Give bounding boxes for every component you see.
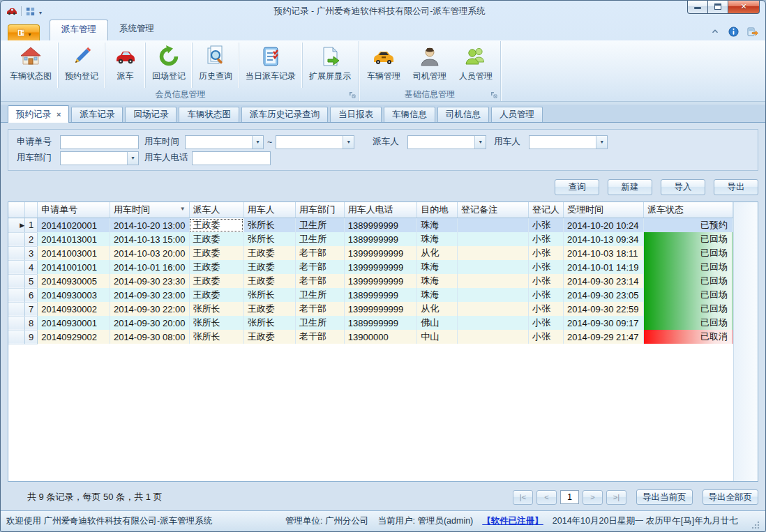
cell-destination[interactable]: 珠海 (417, 218, 458, 233)
use-time-from-input[interactable] (186, 136, 252, 149)
use-time-from-combo[interactable] (185, 135, 264, 149)
cell-accept-time[interactable]: 2014-09-30 09:17 (563, 316, 643, 330)
cell-accept-time[interactable]: 2014-10-13 09:34 (563, 232, 643, 246)
cell-car-user[interactable]: 王政委 (243, 246, 295, 260)
import-button[interactable]: 导入 (661, 179, 705, 195)
cell-dispatcher[interactable]: 王政委 (189, 274, 243, 288)
cell-car-user[interactable]: 王政委 (243, 260, 295, 274)
use-time-to-input[interactable] (276, 136, 343, 149)
cell-status[interactable]: 已回场 (643, 274, 733, 288)
cell-dispatcher[interactable]: 王政委 (189, 218, 243, 233)
ribbon-button-pencil[interactable]: 预约登记 (58, 43, 105, 88)
ribbon-tab[interactable]: 派车管理 (50, 20, 108, 40)
column-header[interactable]: 用车部门 (295, 202, 344, 218)
license-link[interactable]: 【软件已注册】 (482, 515, 543, 527)
cell-registrar[interactable]: 小张 (528, 246, 563, 260)
cell-car-user[interactable]: 张所长 (243, 232, 295, 246)
car-user-combo[interactable] (529, 135, 608, 149)
create-button[interactable]: 新建 (608, 179, 652, 195)
ribbon-button-checklist[interactable]: 当日派车记录 (239, 43, 302, 88)
cell-department[interactable]: 老干部 (295, 246, 344, 260)
cell-destination[interactable]: 从化 (417, 302, 458, 316)
cell-car-user[interactable]: 张所长 (243, 316, 295, 330)
dispatcher-input[interactable] (408, 136, 474, 149)
cell-remark[interactable] (458, 330, 529, 344)
cell-accept-time[interactable]: 2014-09-30 23:14 (563, 274, 643, 288)
cell-use-time[interactable]: 2014-09-30 23:30 (110, 274, 189, 288)
cell-use-time[interactable]: 2014-10-20 13:00 (110, 218, 189, 233)
cell-use-time[interactable]: 2014-10-03 20:00 (110, 246, 189, 260)
car-user-input[interactable] (530, 136, 596, 149)
cell-car-user[interactable]: 张所长 (243, 288, 295, 302)
ribbon-button-recycle[interactable]: 回场登记 (145, 43, 192, 88)
cell-request-no[interactable]: 20140930003 (38, 288, 110, 302)
restore-button[interactable] (708, 1, 728, 14)
cell-use-time[interactable]: 2014-09-30 22:00 (110, 302, 189, 316)
query-button[interactable]: 查询 (555, 179, 599, 195)
cell-status[interactable]: 已回场 (643, 302, 733, 316)
cell-phone[interactable]: 1389999999 (344, 288, 417, 302)
first-page-button[interactable]: |< (513, 490, 533, 505)
cell-registrar[interactable]: 小张 (528, 330, 563, 344)
doc-tab[interactable]: 车辆状态图 (179, 107, 239, 122)
dropdown-arrow-icon[interactable] (127, 152, 138, 165)
cell-registrar[interactable]: 小张 (528, 232, 563, 246)
cell-request-no[interactable]: 20141020001 (38, 218, 110, 233)
table-row[interactable]: 2201410130012014-10-13 15:00王政委张所长卫生所138… (8, 232, 733, 246)
cell-phone[interactable]: 1389999999 (344, 232, 417, 246)
column-header[interactable]: 用车人电话 (344, 202, 417, 218)
doc-tab[interactable]: 回场记录 (125, 107, 177, 122)
cell-accept-time[interactable]: 2014-09-30 23:05 (563, 288, 643, 302)
dialog-launcher-icon[interactable] (490, 91, 497, 98)
cell-request-no[interactable]: 20140930002 (38, 302, 110, 316)
cell-registrar[interactable]: 小张 (528, 316, 563, 330)
department-input[interactable] (61, 152, 127, 165)
cell-destination[interactable]: 珠海 (417, 274, 458, 288)
doc-tab[interactable]: 当日报表 (330, 107, 382, 122)
cell-destination[interactable]: 珠海 (417, 260, 458, 274)
dropdown-arrow-icon[interactable] (343, 136, 354, 149)
table-row[interactable]: 5201409300052014-09-30 23:30王政委王政委老干部139… (8, 274, 733, 288)
layout-grid-icon[interactable] (25, 6, 36, 17)
ribbon-button-yellow-car[interactable]: 车辆管理 (361, 43, 407, 88)
cell-remark[interactable] (458, 316, 529, 330)
cell-accept-time[interactable]: 2014-10-01 14:19 (563, 260, 643, 274)
request-no-input[interactable] (60, 135, 139, 149)
export-current-page-button[interactable]: 导出当前页 (636, 489, 693, 505)
collapse-ribbon-icon[interactable] (710, 26, 720, 36)
minimize-button[interactable] (687, 1, 708, 14)
cell-dispatcher[interactable]: 王政委 (189, 232, 243, 246)
column-header[interactable]: 登记人 (528, 202, 563, 218)
cell-dispatcher[interactable]: 张所长 (189, 316, 243, 330)
cell-remark[interactable] (458, 232, 529, 246)
cell-request-no[interactable]: 20140930001 (38, 316, 110, 330)
page-number-input[interactable] (560, 490, 579, 504)
cell-status[interactable]: 已回场 (643, 288, 733, 302)
doc-tab[interactable]: 派车记录 (71, 107, 123, 122)
table-row[interactable]: 6201409300032014-09-30 23:00王政委张所长卫生所138… (8, 288, 733, 302)
cell-phone[interactable]: 1389999999 (344, 316, 417, 330)
cell-phone[interactable]: 1389999999 (344, 218, 417, 233)
ribbon-button-search-doc[interactable]: 历史查询 (192, 43, 239, 88)
cell-phone[interactable]: 13900000 (344, 330, 417, 344)
cell-use-time[interactable]: 2014-09-30 08:00 (110, 330, 189, 344)
cell-status[interactable]: 已回场 (643, 246, 733, 260)
cell-request-no[interactable]: 20141013001 (38, 232, 110, 246)
ribbon-button-people[interactable]: 人员管理 (453, 43, 499, 88)
cell-dispatcher[interactable]: 张所长 (189, 330, 243, 344)
cell-dispatcher[interactable]: 张所长 (189, 302, 243, 316)
column-header[interactable]: 受理时间 (563, 202, 643, 218)
cell-phone[interactable]: 13999999999 (344, 260, 417, 274)
cell-destination[interactable]: 珠海 (417, 232, 458, 246)
qat-dropdown-icon[interactable] (39, 5, 42, 17)
table-row[interactable]: 3201410030012014-10-03 20:00王政委王政委老干部139… (8, 246, 733, 260)
dropdown-arrow-icon[interactable] (252, 136, 263, 149)
cell-registrar[interactable]: 小张 (528, 302, 563, 316)
cell-phone[interactable]: 13999999999 (344, 274, 417, 288)
table-row[interactable]: 7201409300022014-09-30 22:00张所长王政委老干部139… (8, 302, 733, 316)
vertical-scrollbar[interactable] (733, 202, 758, 481)
about-info-icon[interactable] (728, 26, 739, 37)
table-row[interactable]: 8201409300012014-09-30 20:00张所长张所长卫生所138… (8, 316, 733, 330)
column-header[interactable]: 派车状态 (643, 202, 733, 218)
column-header[interactable]: 登记备注 (458, 202, 529, 218)
